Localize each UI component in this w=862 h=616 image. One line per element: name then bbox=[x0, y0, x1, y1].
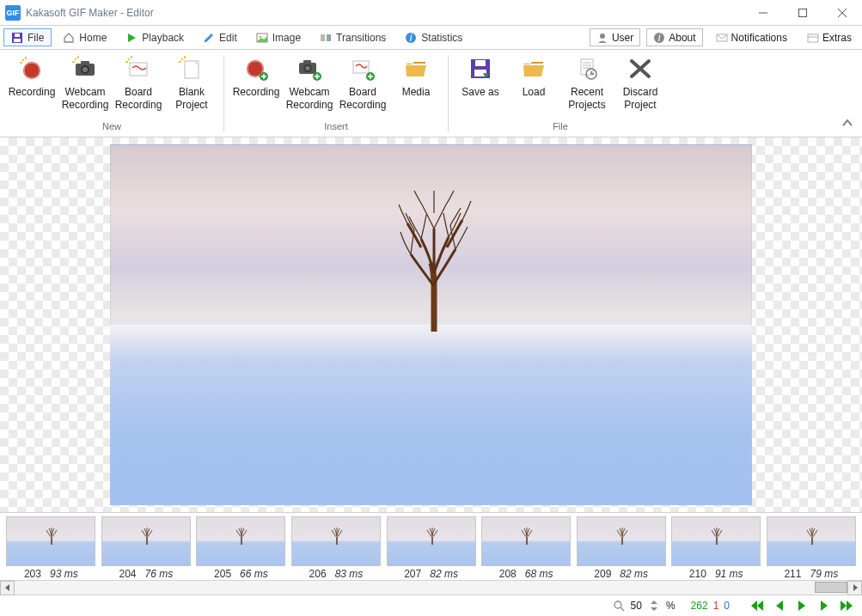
new-recording-button[interactable]: Recording bbox=[5, 52, 58, 112]
frame-current: 0 bbox=[724, 600, 730, 612]
tree-icon bbox=[615, 526, 629, 545]
insert-media-button[interactable]: Media bbox=[389, 52, 443, 112]
frame-number: 211 bbox=[784, 568, 801, 580]
blank-icon bbox=[178, 55, 205, 82]
nav-prev-button[interactable] bbox=[771, 598, 788, 613]
nav-play-button[interactable] bbox=[793, 598, 810, 613]
frame-thumb[interactable]: 20868 ms bbox=[480, 516, 572, 580]
frame-duration: 76 ms bbox=[145, 568, 174, 580]
play-icon bbox=[125, 32, 138, 44]
svg-rect-14 bbox=[808, 34, 818, 42]
scroll-track[interactable] bbox=[15, 581, 847, 595]
nav-first-button[interactable] bbox=[749, 598, 766, 613]
frame-thumb-image bbox=[196, 516, 285, 566]
recent-button[interactable]: RecentProjects bbox=[560, 52, 614, 112]
minimize-button[interactable] bbox=[743, 0, 783, 26]
frame-scrollbar[interactable] bbox=[0, 580, 862, 595]
maximize-button[interactable] bbox=[783, 0, 822, 26]
new-blank-button[interactable]: BlankProject bbox=[165, 52, 218, 112]
tab-file[interactable]: File bbox=[3, 28, 52, 46]
image-icon bbox=[256, 32, 268, 44]
preview-image-ground bbox=[110, 325, 752, 505]
canvas-area[interactable] bbox=[0, 137, 862, 512]
frame-thumb[interactable]: 20683 ms bbox=[290, 516, 382, 580]
user-button[interactable]: User bbox=[590, 28, 640, 46]
frame-duration: 66 ms bbox=[240, 568, 268, 580]
frame-thumb[interactable]: 20476 ms bbox=[101, 516, 193, 580]
about-button[interactable]: i About bbox=[646, 28, 702, 46]
frame-thumb-image bbox=[101, 516, 191, 566]
tab-playback[interactable]: Playback bbox=[118, 28, 192, 46]
frame-duration: 82 ms bbox=[430, 568, 458, 580]
tab-home[interactable]: Home bbox=[55, 28, 114, 46]
notifications-button[interactable]: Notifications bbox=[709, 28, 794, 46]
nav-next-button[interactable] bbox=[816, 598, 833, 613]
tab-edit[interactable]: Edit bbox=[195, 28, 245, 46]
svg-point-5 bbox=[259, 35, 261, 38]
board-icon bbox=[125, 55, 152, 82]
collapse-ribbon-button[interactable] bbox=[841, 117, 853, 131]
frame-thumb[interactable]: 21091 ms bbox=[670, 516, 762, 580]
frame-thumb-image bbox=[481, 516, 571, 566]
insert-recording-button[interactable]: Recording bbox=[229, 52, 283, 112]
svg-point-22 bbox=[83, 67, 88, 72]
frame-thumb[interactable]: 20782 ms bbox=[385, 516, 477, 580]
frame-thumb[interactable]: 20393 ms bbox=[5, 516, 97, 580]
tab-statistics[interactable]: i Statistics bbox=[397, 28, 470, 46]
frame-thumb-image bbox=[671, 516, 761, 566]
tab-image[interactable]: Image bbox=[248, 28, 309, 46]
tree-icon bbox=[140, 526, 154, 545]
zoom-value: 50 bbox=[631, 600, 642, 612]
frame-thumb-image bbox=[577, 516, 666, 566]
saveas-button[interactable]: Save as bbox=[454, 52, 507, 112]
frame-thumb[interactable]: 20982 ms bbox=[575, 516, 667, 580]
tab-edit-label: Edit bbox=[219, 32, 237, 44]
user-icon bbox=[596, 32, 608, 44]
new-webcam-button[interactable]: WebcamRecording bbox=[58, 52, 112, 112]
svg-rect-47 bbox=[475, 60, 486, 66]
svg-rect-6 bbox=[321, 34, 325, 41]
new-recording-label: Recording bbox=[9, 86, 56, 112]
nav-last-button[interactable] bbox=[838, 598, 855, 613]
tab-transitions[interactable]: Transitions bbox=[312, 28, 394, 46]
frame-selected: 1 bbox=[713, 600, 719, 612]
new-board-button[interactable]: BoardRecording bbox=[112, 52, 165, 112]
insert-webcam-button[interactable]: WebcamRecording bbox=[283, 52, 336, 112]
insert-webcam-label: WebcamRecording bbox=[286, 86, 333, 112]
ribbon-group-new: Recording WebcamRecording BoardRecording… bbox=[0, 50, 223, 137]
load-button[interactable]: Load bbox=[507, 52, 560, 112]
svg-line-32 bbox=[181, 58, 183, 60]
zoom-stepper[interactable] bbox=[647, 599, 661, 613]
svg-rect-23 bbox=[81, 61, 89, 64]
frame-thumb[interactable]: 21179 ms bbox=[766, 516, 858, 580]
svg-rect-0 bbox=[799, 9, 807, 16]
scroll-handle[interactable] bbox=[815, 582, 847, 593]
titlebar: GIF Kakasoft GIF Maker - Editor bbox=[0, 0, 862, 26]
saveas-icon bbox=[467, 55, 494, 82]
svg-point-50 bbox=[614, 601, 621, 608]
frame-thumb-image bbox=[291, 516, 381, 566]
scroll-right-button[interactable] bbox=[847, 581, 862, 595]
folder-open-icon bbox=[520, 55, 547, 82]
close-button[interactable] bbox=[822, 0, 862, 26]
discard-button[interactable]: DiscardProject bbox=[614, 52, 667, 112]
svg-line-17 bbox=[22, 59, 24, 61]
window-title: Kakasoft GIF Maker - Editor bbox=[26, 7, 154, 19]
record-add-icon bbox=[242, 55, 270, 82]
new-board-label: BoardRecording bbox=[115, 86, 162, 112]
recent-label: RecentProjects bbox=[568, 86, 605, 112]
saveas-label: Save as bbox=[462, 86, 498, 112]
tab-transitions-label: Transitions bbox=[336, 32, 386, 44]
svg-rect-2 bbox=[14, 39, 21, 42]
tree-icon bbox=[45, 526, 58, 545]
zoom-icon[interactable] bbox=[612, 599, 626, 613]
tab-file-label: File bbox=[28, 32, 44, 44]
scroll-left-button[interactable] bbox=[0, 581, 15, 595]
notification-icon bbox=[716, 32, 728, 44]
frame-thumb[interactable]: 20566 ms bbox=[195, 516, 287, 580]
folder-icon bbox=[402, 55, 430, 82]
insert-board-button[interactable]: BoardRecording bbox=[336, 52, 389, 112]
tab-statistics-label: Statistics bbox=[421, 32, 462, 44]
extras-button[interactable]: Extras bbox=[800, 28, 859, 46]
tab-home-label: Home bbox=[79, 32, 107, 44]
